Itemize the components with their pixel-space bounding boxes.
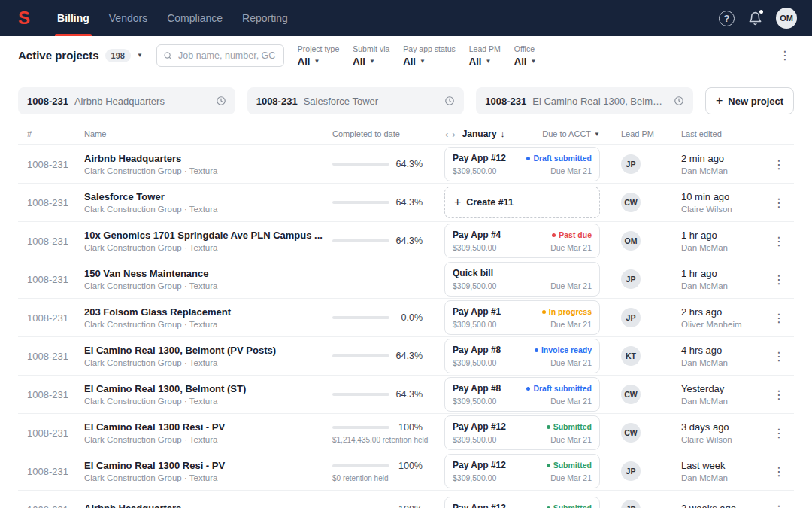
project-number: 1008-231: [18, 312, 84, 324]
brand-logo[interactable]: S: [18, 9, 29, 27]
pinned-projects: 1008-231 Airbnb Headquarters 1008-231 Sa…: [0, 75, 812, 123]
edited-by: Claire Wilson: [681, 435, 764, 444]
row-menu-icon[interactable]: ⋮: [770, 385, 788, 404]
row-menu-icon[interactable]: ⋮: [770, 309, 788, 327]
filter-label: Project type: [298, 44, 339, 53]
user-avatar[interactable]: OM: [776, 8, 797, 29]
create-pay-app-button[interactable]: + Create #11: [444, 187, 600, 218]
notification-dot: [759, 10, 763, 14]
search-input[interactable]: [177, 50, 277, 62]
pay-app-card[interactable]: Pay App #12Submitted $309,500.00Due Mar …: [444, 415, 600, 450]
edited-by: Dan McMan: [681, 166, 764, 175]
pay-app-card[interactable]: Pay App #4Past due $309,500.00Due Mar 21: [444, 224, 600, 258]
pinned-project-card[interactable]: 1008-231 Airbnb Headquarters: [18, 87, 235, 114]
pay-app-card[interactable]: Pay App #8Draft submitted $309,500.00Due…: [444, 377, 600, 412]
table-row[interactable]: 1008-231 Airbnb Headquarters 100% Pay Ap…: [18, 490, 794, 508]
overflow-menu-icon[interactable]: ⋮: [776, 47, 794, 65]
project-number: 1008-231: [18, 351, 84, 362]
filter-lead-pm[interactable]: Lead PM All▼: [469, 44, 501, 67]
status-dot: [526, 157, 530, 160]
row-menu-icon[interactable]: ⋮: [770, 155, 788, 174]
pay-app-due: Due Mar 21: [550, 243, 592, 252]
status-dot: [526, 387, 530, 391]
nav-item-reporting[interactable]: Reporting: [232, 0, 298, 36]
pay-app-card[interactable]: Pay App #12Submitted $309,500.00Due Mar …: [444, 454, 600, 488]
project-number: 1008-231: [485, 96, 526, 107]
help-icon[interactable]: ?: [719, 11, 735, 26]
nav-item-billing[interactable]: Billing: [47, 0, 99, 36]
due-label: Due to ACCT: [542, 129, 591, 138]
pay-app-card[interactable]: Pay App #12Submitted: [444, 497, 600, 508]
status-badge: Invoice ready: [535, 345, 592, 354]
project-number: 1008-231: [18, 197, 84, 208]
project-name: Airbnb Headquarters: [84, 153, 323, 164]
pinned-project-card[interactable]: 1008-231 El Camino Real 1300, Belmont (P…: [476, 87, 693, 114]
filter-submit-via[interactable]: Submit via All▼: [353, 44, 389, 67]
filter-bar: Active projects 198 ▼ Project type All▼ …: [0, 36, 812, 75]
row-menu-icon[interactable]: ⋮: [770, 500, 788, 508]
nav-item-vendors[interactable]: Vendors: [99, 0, 157, 36]
header-month-sort[interactable]: January ↓: [462, 129, 505, 139]
project-name: El Camino Real 1300, Belmont (ST): [84, 383, 323, 394]
notifications-bell-icon[interactable]: [748, 11, 762, 26]
table-row[interactable]: 1008-231 El Camino Real 1300 Resi - PV C…: [18, 452, 794, 490]
chevron-down-icon: ▼: [594, 131, 600, 138]
nav-items: Billing Vendors Compliance Reporting: [47, 0, 298, 36]
search-icon: [163, 50, 172, 61]
row-menu-icon[interactable]: ⋮: [770, 462, 788, 481]
search-box[interactable]: [156, 44, 284, 67]
chevron-down-icon: ▼: [485, 58, 491, 65]
pay-app-due: Due Mar 21: [550, 358, 592, 367]
pinned-project-card[interactable]: 1008-231 Salesforce Tower: [247, 87, 465, 114]
active-projects-dropdown[interactable]: Active projects 198 ▼: [18, 49, 143, 62]
row-menu-icon[interactable]: ⋮: [770, 347, 788, 366]
prev-month-icon[interactable]: ‹: [444, 129, 449, 139]
pay-app-card[interactable]: Quick bill $309,500.00Due Mar 21: [444, 262, 600, 297]
edited-by: Dan McMan: [681, 358, 764, 367]
table-row[interactable]: 1008-231 203 Folsom Glass Replacement Cl…: [18, 298, 794, 336]
edited-time: 2 hrs ago: [681, 306, 764, 318]
row-menu-icon[interactable]: ⋮: [770, 232, 788, 251]
table-row[interactable]: 1008-231 Salesforce Tower Clark Construc…: [18, 183, 794, 221]
lead-pm-avatar: JP: [621, 269, 641, 289]
project-name: El Camino Real 1300, Belmont (PV Posts): [84, 345, 323, 356]
lead-pm-avatar: CW: [621, 385, 641, 404]
nav-item-label: Billing: [57, 12, 89, 24]
table-row[interactable]: 1008-231 Airbnb Headquarters Clark Const…: [18, 144, 794, 183]
status-dot: [535, 348, 538, 352]
header-due-dropdown[interactable]: Due to ACCT ▼: [542, 129, 600, 138]
filter-pay-app-status[interactable]: Pay app status All▼: [403, 44, 455, 67]
filter-office[interactable]: Office All▼: [514, 44, 537, 67]
pay-app-due: Due Mar 21: [550, 166, 592, 175]
row-menu-icon[interactable]: ⋮: [770, 424, 788, 443]
row-menu-icon[interactable]: ⋮: [770, 193, 788, 212]
project-subtitle: Clark Construction Group · Textura: [84, 435, 323, 444]
table-row[interactable]: 1008-231 El Camino Real 1300, Belmont (S…: [18, 375, 794, 413]
table-header: # Name Completed to date ‹ › January ↓ D…: [18, 123, 794, 144]
row-menu-icon[interactable]: ⋮: [770, 270, 788, 289]
next-month-icon[interactable]: ›: [451, 129, 456, 139]
header-last-edited: Last edited: [669, 129, 764, 138]
lead-pm-avatar: JP: [621, 308, 641, 327]
pay-app-card[interactable]: Pay App #1In progress $309,500.00Due Mar…: [444, 300, 600, 335]
new-project-button[interactable]: + New project: [705, 87, 794, 114]
table-row[interactable]: 1008-231 El Camino Real 1300, Belmont (P…: [18, 336, 794, 375]
filter-project-type[interactable]: Project type All▼: [298, 44, 339, 67]
progress-cell: 0.0%: [332, 312, 423, 323]
table-row[interactable]: 1008-231 El Camino Real 1300 Resi - PV C…: [18, 413, 794, 452]
top-nav: S Billing Vendors Compliance Reporting ?…: [0, 0, 812, 36]
lead-pm-avatar: JP: [621, 500, 641, 508]
pay-app-card[interactable]: Pay App #12Draft submitted $309,500.00Du…: [444, 147, 600, 181]
nav-item-compliance[interactable]: Compliance: [157, 0, 232, 36]
project-number: 1008-231: [18, 427, 84, 439]
status-dot: [542, 310, 546, 314]
edited-time: 3 days ago: [681, 421, 764, 433]
table-row[interactable]: 1008-231 10x Genomics 1701 Springdale Av…: [18, 221, 794, 260]
progress-percent: 64.3%: [396, 351, 423, 361]
project-name: El Camino Real 1300, Belmont (PV P...: [532, 96, 668, 107]
pay-app-card[interactable]: Pay App #8Invoice ready $309,500.00Due M…: [444, 339, 600, 373]
progress-percent: 100%: [398, 461, 423, 471]
filter-label: Pay app status: [403, 44, 455, 53]
status-badge: In progress: [542, 307, 592, 316]
table-row[interactable]: 1008-231 150 Van Ness Maintenance Clark …: [18, 260, 794, 298]
